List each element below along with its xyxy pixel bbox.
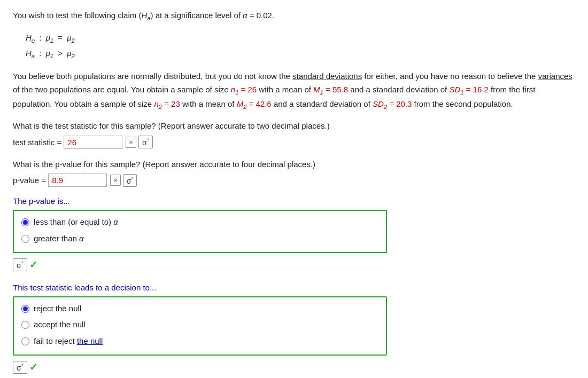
test-statistic-label: test statistic = <box>13 138 61 147</box>
pvalue-radio-box: less than (or equal to) α greater than α <box>13 210 387 253</box>
pvalue-section: The p-value is... less than (or equal to… <box>13 196 575 271</box>
pvalue-check-row: σᶟ ✓ <box>13 258 575 271</box>
pvalue-radio-gt[interactable] <box>21 235 29 243</box>
ha-line: Ha : μ1 > μ2 <box>26 46 575 61</box>
hypotheses-block: Ho : μ1 = μ2 Ha : μ1 > μ2 <box>26 30 575 62</box>
test-statistic-input[interactable] <box>64 136 122 149</box>
test-statistic-row: test statistic = × σᶟ <box>13 136 575 149</box>
pvalue-clear-btn[interactable]: × <box>110 175 121 186</box>
decision-option-accept-label: accept the null <box>34 319 86 331</box>
pvalue-section-label: The p-value is... <box>13 196 575 206</box>
test-statistic-clear-btn[interactable]: × <box>126 137 136 148</box>
decision-radio-accept[interactable] <box>21 321 29 329</box>
decision-section: This test statistic leads to a decision … <box>13 283 575 374</box>
h0-line: Ho : μ1 = μ2 <box>26 30 575 46</box>
pvalue-section-sigma-btn[interactable]: σᶟ <box>13 258 27 271</box>
decision-option-failreject-label: fail to reject the null <box>34 335 103 348</box>
description-text: You believe both populations are normall… <box>13 70 575 112</box>
decision-section-sigma-btn[interactable]: σᶟ <box>13 361 27 374</box>
pvalue-check-icon: ✓ <box>29 259 37 271</box>
intro-text: You wish to test the following claim (Ha… <box>13 10 575 23</box>
pvalue-sigma-btn[interactable]: σᶟ <box>123 174 137 187</box>
decision-radio-failreject[interactable] <box>21 337 29 345</box>
pvalue-option-leq[interactable]: less than (or equal to) α <box>21 216 378 229</box>
test-statistic-question: What is the test statistic for this samp… <box>13 120 575 132</box>
decision-option-accept[interactable]: accept the null <box>21 319 378 331</box>
decision-option-reject-label: reject the null <box>34 303 81 315</box>
pvalue-option-leq-label: less than (or equal to) α <box>34 216 118 229</box>
decision-option-failreject[interactable]: fail to reject the null <box>21 335 378 348</box>
pvalue-option-gt-label: greater than α <box>34 233 84 245</box>
test-statistic-sigma-btn[interactable]: σᶟ <box>138 136 153 148</box>
pvalue-question: What is the p-value for this sample? (Re… <box>13 159 575 171</box>
decision-radio-box: reject the null accept the null fail to … <box>13 296 387 356</box>
pvalue-radio-leq[interactable] <box>21 218 29 226</box>
pvalue-row: p-value = × σᶟ <box>13 174 575 187</box>
decision-check-icon: ✓ <box>29 361 37 373</box>
decision-radio-reject[interactable] <box>21 305 29 313</box>
pvalue-option-gt[interactable]: greater than α <box>21 233 378 245</box>
pvalue-label: p-value = <box>13 176 46 185</box>
decision-check-row: σᶟ ✓ <box>13 361 575 374</box>
decision-option-reject[interactable]: reject the null <box>21 303 378 315</box>
decision-section-label: This test statistic leads to a decision … <box>13 283 575 292</box>
pvalue-input[interactable] <box>48 174 107 187</box>
